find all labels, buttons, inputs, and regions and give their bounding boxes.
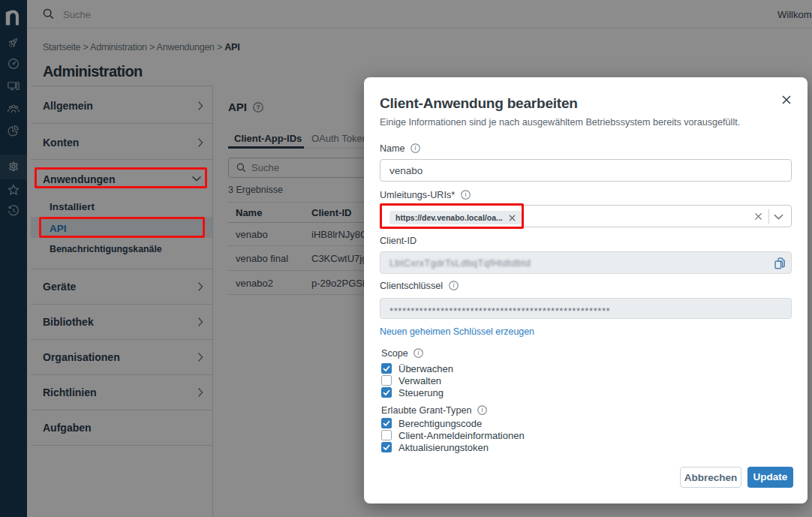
svg-text:i: i [415, 144, 417, 152]
svg-text:i: i [453, 281, 454, 289]
svg-text:i: i [418, 349, 420, 356]
svg-text:i: i [481, 406, 483, 413]
svg-text:i: i [465, 191, 466, 198]
